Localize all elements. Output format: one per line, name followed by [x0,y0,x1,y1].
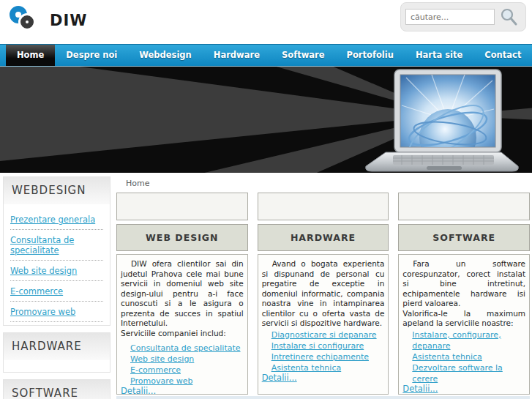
nav-item-contact[interactable]: Contact [473,45,532,66]
link-asistenta-tehnica-sw[interactable]: Asistenta tehnica [412,351,525,362]
sidebar-section-webdesign: WEBDESIGN Prezentare generala Consultant… [3,176,110,326]
column-webdesign: WEB DESIGN DIW ofera clientilor sai din … [116,193,248,395]
search-input[interactable] [405,9,495,25]
link-dezvoltare-software-la-cerere[interactable]: Dezvoltare software la cerere [412,362,525,384]
nav-item-hardware[interactable]: Hardware [203,45,271,66]
link-instalare-si-configurare[interactable]: Instalare si configurare [271,340,385,351]
link-instalare-configurare-depanare[interactable]: Instalare, configurare, depanare [412,329,525,351]
detalii-link-hardware[interactable]: Detalii... [262,373,385,384]
column-hardware: HARDWARE Avand o bogata experienta si di… [258,193,389,395]
sidebar-link-web-site-design[interactable]: Web site design [10,261,103,281]
column-links: Instalare, configurare, depanare Asisten… [402,329,525,384]
sidebar-heading-hardware: HARDWARE [4,333,110,360]
logo-text: DIW [50,12,87,29]
link-intretinere-echipamente[interactable]: Intretinere echipamente [271,351,385,362]
column-title-software: SOFTWARE [398,224,530,251]
column-image-placeholder [116,193,248,220]
sidebar-link-promovare-web[interactable]: Promovare web [10,302,103,322]
column-image-placeholder [258,193,389,220]
hero-banner [0,67,532,173]
column-body-hardware: Avand o bogata experienta si dispunand d… [258,254,389,395]
sidebar: WEBDESIGN Prezentare generala Consultant… [3,176,110,399]
logo: DIW [7,4,87,37]
logo-dark-ring [20,15,34,29]
breadcrumb: Home [116,176,530,192]
link-promovare-web[interactable]: Promovare web [130,376,244,387]
detalii-link-software[interactable]: Detalii... [402,384,525,395]
search-area [400,2,526,31]
link-asistenta-tehnica[interactable]: Asistenta tehnica [271,362,385,373]
link-diagnosticare-si-depanare[interactable]: Diagnosticare si depanare [271,329,385,340]
search-button[interactable] [498,6,520,28]
column-body-webdesign: DIW ofera clientilor sai din judetul Pra… [116,254,248,395]
search-icon [499,7,518,26]
sidebar-section-hardware: HARDWARE [3,332,110,373]
column-image-placeholder [398,193,530,220]
column-intro: Avand o bogata experienta si dispunand d… [262,259,385,329]
laptop-globe-image [362,69,522,173]
column-body-software: Fara un software corespunzator, corect i… [398,254,530,395]
logo-rings-icon [7,4,44,37]
header: DIW [0,0,532,44]
sidebar-heading-webdesign: WEBDESIGN [4,177,110,204]
main-navigation: Home Despre noi Webdesign Hardware Softw… [0,44,532,67]
content-area: WEBDESIGN Prezentare generala Consultant… [0,173,532,399]
sidebar-link-consultanta[interactable]: Consultanta de specialitate [10,230,103,261]
sidebar-section-software: SOFTWARE APLICATIE UNIVSAL [3,379,110,399]
link-e-commerce[interactable]: E-commerce [130,365,244,376]
column-software: SOFTWARE Fara un software corespunzator,… [398,193,530,395]
link-consultanta-de-specialitate[interactable]: Consultanta de specialitate [130,343,244,354]
column-intro: Fara un software corespunzator, corect i… [402,259,525,309]
main-panel: Home WEB DESIGN DIW ofera clientilor sai… [116,176,530,399]
nav-item-portofoliu[interactable]: Portofoliu [336,45,405,66]
bottom-strip [116,396,530,399]
column-subtitle: Valorifica-le la maximum apeland la serv… [402,309,525,329]
nav-item-home[interactable]: Home [6,45,55,66]
column-links: Consultanta de specialitate Web site des… [121,343,244,387]
detalii-link-webdesign[interactable]: Detalii... [121,387,244,395]
nav-item-webdesign[interactable]: Webdesign [128,45,203,66]
column-title-webdesign: WEB DESIGN [116,224,248,251]
nav-item-software[interactable]: Software [271,45,336,66]
column-subtitle: Serviciile companiei includ: [121,329,244,339]
sidebar-heading-software: SOFTWARE [4,380,110,399]
nav-item-harta-site[interactable]: Harta site [405,45,473,66]
link-web-site-design[interactable]: Web site design [130,354,244,365]
sidebar-links: Prezentare generala Consultanta de speci… [4,204,110,325]
column-intro: DIW ofera clientilor sai din judetul Pra… [121,259,244,329]
sidebar-link-ecommerce[interactable]: E-commerce [10,281,103,302]
nav-item-despre-noi[interactable]: Despre noi [55,45,128,66]
columns-grid: WEB DESIGN DIW ofera clientilor sai din … [116,193,530,395]
column-links: Diagnosticare si depanare Instalare si c… [262,329,385,373]
column-title-hardware: HARDWARE [258,224,389,251]
sidebar-link-prezentare-generala[interactable]: Prezentare generala [10,209,103,230]
